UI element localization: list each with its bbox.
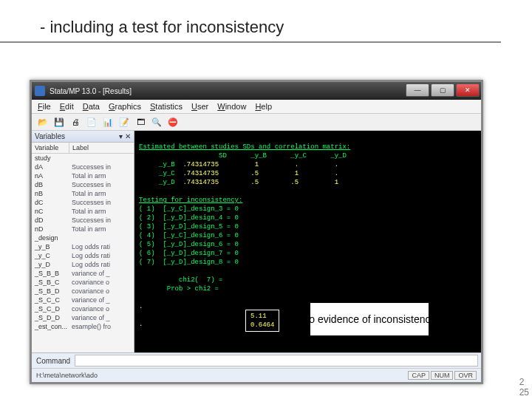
variables-header: Variable Label — [32, 143, 134, 154]
test-line: ( 7) [_y_D]_design_8 = 0 — [139, 259, 239, 266]
variable-row[interactable]: _design — [32, 233, 134, 242]
test-line: ( 2) [_y_D]_design_4 = 0 — [139, 214, 239, 222]
minimize-button[interactable]: — — [406, 83, 429, 97]
toolbar: 📂 💾 🖨 📄 📊 📝 🗔 🔍 ⛔ — [32, 113, 481, 131]
command-bar: Command — [32, 352, 481, 368]
test-line: ( 5) [_y_D]_design_6 = 0 — [139, 241, 239, 248]
variable-row[interactable]: study — [32, 154, 134, 163]
window-controls: — ▢ ✕ — [406, 83, 480, 97]
col-variable[interactable]: Variable — [32, 143, 69, 153]
variable-row[interactable]: dASuccesses in — [32, 163, 134, 171]
data-browser-icon[interactable]: 🔍 — [150, 115, 163, 129]
variable-row[interactable]: _S_C_Dcovariance o — [32, 304, 134, 313]
results-section-header: Estimated between studies SDs and correl… — [139, 143, 350, 151]
maximize-button[interactable]: ▢ — [431, 83, 454, 97]
variable-row[interactable]: dBSuccesses in — [32, 180, 134, 189]
command-input[interactable] — [75, 355, 478, 366]
log-icon[interactable]: 📄 — [85, 115, 98, 129]
test-line: ( 6) [_y_D]_design_7 = 0 — [139, 250, 239, 257]
save-icon[interactable]: 💾 — [52, 115, 66, 129]
variable-row[interactable]: _S_D_Dvariance of _ — [32, 313, 134, 322]
chi2-label: chi2( 7) = — [179, 276, 222, 284]
variable-row[interactable]: nATotal in arm — [32, 171, 134, 180]
variable-row[interactable]: _est_con...esample() fro — [32, 322, 134, 331]
stata-app-icon — [35, 86, 45, 96]
menu-graphics[interactable]: Graphics — [109, 102, 141, 111]
status-num: NUM — [431, 371, 454, 380]
variable-row[interactable]: nBTotal in arm — [32, 189, 134, 198]
variable-row[interactable]: _S_B_Ccovariance o — [32, 278, 134, 287]
variable-row[interactable]: _y_DLog odds rati — [32, 260, 134, 269]
matrix-row: _y_B — [139, 161, 175, 168]
menubar: File Edit Data Graphics Statistics User … — [32, 100, 481, 113]
variable-row[interactable]: _y_CLog odds rati — [32, 251, 134, 260]
menu-statistics[interactable]: Statistics — [150, 102, 183, 111]
variable-row[interactable]: dCSuccesses in — [32, 198, 134, 207]
results-pane: Estimated between studies SDs and correl… — [134, 131, 481, 352]
status-cap: CAP — [408, 371, 429, 380]
matrix-row: _y_D — [139, 179, 175, 186]
variable-row[interactable]: _y_BLog odds rati — [32, 242, 134, 251]
test-line: ( 1) [_y_C]_design_3 = 0 — [139, 205, 239, 213]
stata-window: Stata/MP 13.0 - [Results] — ▢ ✕ File Edi… — [30, 80, 483, 384]
variable-row[interactable]: _S_C_Cvariance of _ — [32, 296, 134, 304]
variables-panel-title: Variables ▾ ✕ — [32, 131, 134, 143]
menu-edit[interactable]: Edit — [60, 102, 74, 111]
open-icon[interactable]: 📂 — [36, 115, 50, 129]
status-path: H:\meta\network\ado — [36, 372, 98, 379]
menu-help[interactable]: Help — [255, 102, 272, 111]
slide-page-number: 225 — [519, 377, 529, 398]
matrix-row: _y_C — [139, 170, 175, 177]
test-line: ( 3) [_y_D]_design_5 = 0 — [139, 223, 239, 231]
window-title: Stata/MP 13.0 - [Results] — [50, 87, 132, 95]
chi2-result-box: 5.11 0.6464 — [245, 310, 279, 332]
panel-controls-icon[interactable]: ▾ ✕ — [119, 132, 131, 140]
close-button[interactable]: ✕ — [456, 83, 480, 97]
variable-row[interactable]: dDSuccesses in — [32, 216, 134, 225]
col-label[interactable]: Label — [69, 143, 134, 153]
annotation-callout: no evidence of inconsistency — [310, 302, 429, 336]
menu-file[interactable]: File — [38, 102, 51, 111]
do-editor-icon[interactable]: 📝 — [117, 115, 131, 129]
menu-data[interactable]: Data — [83, 102, 100, 111]
print-icon[interactable]: 🖨 — [69, 115, 82, 129]
data-editor-icon[interactable]: 🗔 — [134, 115, 147, 129]
test-header: Testing for inconsistency: — [139, 197, 242, 204]
variables-panel: Variables ▾ ✕ Variable Label studydASucc… — [32, 131, 134, 352]
variable-row[interactable]: _S_B_Bvariance of _ — [32, 269, 134, 278]
break-icon[interactable]: ⛔ — [166, 115, 180, 129]
slide-title: - including a test for inconsistency — [0, 0, 501, 43]
variable-row[interactable]: nDTotal in arm — [32, 225, 134, 233]
prob-label: Prob > chi2 = — [167, 285, 219, 293]
menu-window[interactable]: Window — [217, 102, 246, 111]
variables-list: studydASuccesses innATotal in armdBSucce… — [32, 154, 134, 331]
titlebar: Stata/MP 13.0 - [Results] — ▢ ✕ — [32, 82, 481, 100]
test-line: ( 4) [_y_C]_design_6 = 0 — [139, 232, 239, 239]
menu-user[interactable]: User — [191, 102, 208, 111]
variable-row[interactable]: _S_B_Dcovariance o — [32, 287, 134, 296]
results-col-headers: SD _y_B _y_C _y_D — [139, 152, 347, 160]
graph-icon[interactable]: 📊 — [101, 115, 115, 129]
status-ovr: OVR — [454, 371, 477, 380]
command-label: Command — [32, 357, 75, 365]
variable-row[interactable]: nCTotal in arm — [32, 207, 134, 216]
statusbar: H:\meta\network\ado CAP NUM OVR — [32, 368, 481, 382]
